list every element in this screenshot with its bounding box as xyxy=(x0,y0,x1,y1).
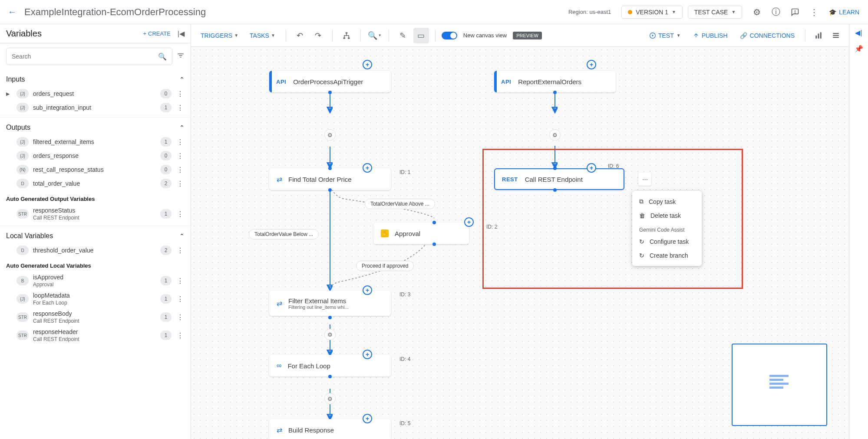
add-node-button[interactable]: + xyxy=(587,60,596,69)
version-selector[interactable]: VERSION 1 ▼ xyxy=(621,6,683,19)
search-input[interactable] xyxy=(12,53,158,60)
variable-row[interactable]: STR responseHeaderCall REST Endpoint 1⋮ xyxy=(6,326,185,344)
add-node-button[interactable]: + xyxy=(464,217,474,227)
undo-button[interactable]: ↶ xyxy=(292,28,308,43)
minimap[interactable] xyxy=(732,344,827,426)
filter-button[interactable] xyxy=(177,52,185,62)
add-node-button[interactable]: + xyxy=(363,60,372,69)
panel-collapse-icon[interactable]: ◀| xyxy=(855,29,862,37)
variable-name: isApproved xyxy=(33,274,156,281)
port-dot[interactable] xyxy=(328,167,332,170)
add-node-button[interactable]: + xyxy=(363,414,372,423)
variable-row[interactable]: {J} sub_integration_input 1 ⋮ xyxy=(6,101,185,115)
expand-icon[interactable]: ▶ xyxy=(6,91,12,97)
testcase-selector[interactable]: TEST CASE ▼ xyxy=(688,6,742,19)
port-dot[interactable] xyxy=(328,375,332,378)
type-pill: STR xyxy=(17,331,29,340)
more-icon[interactable]: ⋮ xyxy=(176,331,185,340)
variable-name: responseHeader xyxy=(33,328,156,335)
more-icon[interactable]: ⋮ xyxy=(176,90,185,98)
learn-button[interactable]: 🎓 LEARN xyxy=(824,9,865,16)
triggers-menu[interactable]: TRIGGERS▼ xyxy=(196,32,243,39)
variable-row[interactable]: {J}filtered_external_items1⋮ xyxy=(6,135,185,149)
info-icon[interactable]: ⓘ xyxy=(766,3,785,22)
type-pill: {J} xyxy=(17,137,29,147)
settings-connector-icon[interactable]: ⚙ xyxy=(324,129,336,141)
port-dot[interactable] xyxy=(553,91,557,94)
layout-button[interactable] xyxy=(339,28,354,43)
more-icon[interactable]: ⋮ xyxy=(176,313,185,321)
variable-row[interactable]: {J} loopMetadataFor Each Loop 1⋮ xyxy=(6,290,185,308)
connections-button[interactable]: 🔗 CONNECTIONS xyxy=(735,32,800,39)
settings-connector-icon[interactable]: ⚙ xyxy=(324,329,336,340)
usage-count: 1 xyxy=(160,103,172,112)
task-node[interactable]: ⇄ Build Response xyxy=(269,419,391,439)
port-dot[interactable] xyxy=(328,188,332,192)
locals-section-header[interactable]: Local Variables ⌃ xyxy=(6,229,185,243)
port-dot[interactable] xyxy=(432,221,436,224)
usage-count: 2 xyxy=(160,246,172,255)
port-dot[interactable] xyxy=(328,316,332,319)
outputs-section-header[interactable]: Outputs ⌃ xyxy=(6,120,185,135)
logs-icon[interactable] xyxy=(828,28,844,43)
publish-button[interactable]: PUBLISH xyxy=(688,32,733,39)
canvas[interactable]: API OrderProcessApiTrigger + ⚙ ⇄ Find To… xyxy=(191,47,849,439)
add-node-button[interactable]: + xyxy=(363,350,372,359)
delete-task-item[interactable]: 🗑Delete task xyxy=(632,209,702,223)
tasks-menu[interactable]: TASKS▼ xyxy=(245,32,280,39)
more-icon[interactable]: ⋮ xyxy=(176,210,185,218)
brush-icon[interactable]: ✎ xyxy=(395,28,411,43)
create-variable-button[interactable]: + CREATE xyxy=(143,30,170,37)
more-icon[interactable]: ⋮ xyxy=(176,246,185,255)
edge-label[interactable]: TotalOrderValue Above ... xyxy=(365,199,435,209)
more-icon[interactable]: ⋮ xyxy=(176,152,185,160)
inputs-section-header[interactable]: Inputs ⌃ xyxy=(6,72,185,87)
variable-row[interactable]: B isApprovedApproval 1⋮ xyxy=(6,272,185,290)
settings-connector-icon[interactable]: ⚙ xyxy=(324,393,336,404)
analytics-icon[interactable] xyxy=(811,28,826,43)
variable-row[interactable]: Dthreshold_order_value2⋮ xyxy=(6,243,185,257)
copy-task-item[interactable]: ⧉Copy task xyxy=(632,194,702,209)
more-icon[interactable]: ⋮ xyxy=(176,138,185,146)
settings-connector-icon[interactable]: ⚙ xyxy=(549,129,561,141)
zoom-button[interactable]: 🔍▼ xyxy=(367,28,383,43)
back-button[interactable]: ← xyxy=(3,7,21,17)
task-node[interactable]: ⇄ Find Total Order Price xyxy=(269,168,391,190)
more-icon[interactable]: ⋮ xyxy=(176,104,185,112)
port-dot[interactable] xyxy=(328,91,332,94)
feedback-icon[interactable] xyxy=(785,3,805,22)
trigger-node[interactable]: API ReportExternalOrders xyxy=(494,71,616,92)
view-mode-icon[interactable]: ▭ xyxy=(413,28,429,43)
more-icon[interactable]: ⋮ xyxy=(176,277,185,285)
canvas-view-toggle[interactable] xyxy=(442,32,457,39)
edge-label[interactable]: Proceed if approved xyxy=(356,261,414,271)
variable-row[interactable]: {N}rest_call_response_status0⋮ xyxy=(6,163,185,177)
task-node[interactable]: ⇄ Filter External Items Filtering out li… xyxy=(269,291,391,316)
add-node-button[interactable]: + xyxy=(363,163,372,173)
configure-task-item[interactable]: ↻Configure task xyxy=(632,235,702,249)
more-icon[interactable]: ⋮ xyxy=(176,166,185,174)
type-pill: {J} xyxy=(17,89,29,98)
trigger-node[interactable]: API OrderProcessApiTrigger xyxy=(269,71,391,92)
variable-row[interactable]: {J}orders_response0⋮ xyxy=(6,149,185,163)
task-node[interactable]: ∞ For Each Loop xyxy=(269,355,391,377)
create-branch-item[interactable]: ↻Create branch xyxy=(632,249,702,262)
overflow-icon[interactable]: ⋮ xyxy=(805,3,824,22)
test-button[interactable]: TEST▼ xyxy=(644,32,686,39)
variable-row[interactable]: Dtotal_order_value2⋮ xyxy=(6,177,185,190)
more-icon[interactable]: ⋮ xyxy=(176,180,185,188)
variable-name: orders_request xyxy=(33,90,156,97)
variable-row[interactable]: STR responseStatus Call REST Endpoint 1⋮ xyxy=(6,205,185,223)
more-icon[interactable]: ⋮ xyxy=(176,295,185,303)
settings-icon[interactable]: ⚙ xyxy=(747,3,766,22)
variable-row[interactable]: ▶ {J} orders_request 0 ⋮ xyxy=(6,87,185,101)
node-label: OrderProcessApiTrigger xyxy=(293,78,363,85)
redo-button[interactable]: ↷ xyxy=(310,28,326,43)
task-node-approval[interactable]: ✋ Approval xyxy=(373,223,469,244)
edge-label[interactable]: TotalOrderValue Below ... xyxy=(249,229,319,239)
add-node-button[interactable]: + xyxy=(363,285,372,295)
pin-icon[interactable]: 📌 xyxy=(855,45,863,53)
collapse-sidebar-button[interactable]: |◀ xyxy=(178,29,185,38)
variable-row[interactable]: STR responseBodyCall REST Endpoint 1⋮ xyxy=(6,308,185,326)
port-dot[interactable] xyxy=(432,242,436,246)
